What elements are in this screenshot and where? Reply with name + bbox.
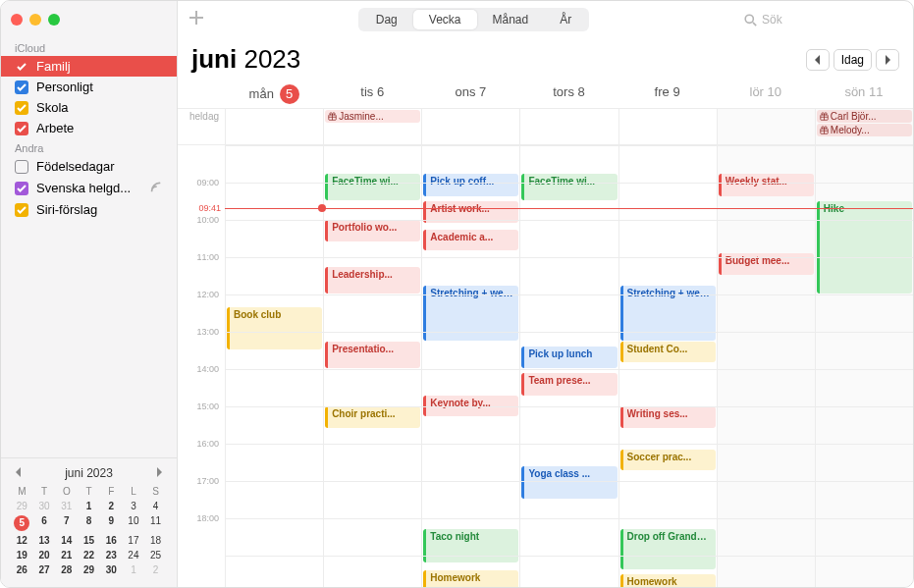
mini-day[interactable]: 27 [33,562,56,577]
mini-day[interactable]: 17 [123,533,145,548]
calendar-checkbox[interactable] [15,160,28,174]
calendar-checkbox[interactable] [15,182,28,195]
calendar-event[interactable]: Drop off Grandma... [620,529,716,569]
calendar-item[interactable]: Svenska helgd... [1,177,177,199]
calendar-checkbox[interactable] [15,80,28,94]
day-header[interactable]: tis 6 [323,79,421,108]
mini-day[interactable]: 8 [78,513,100,533]
mini-day[interactable]: 3 [123,499,145,513]
mini-day[interactable]: 5 [11,513,33,533]
mini-day[interactable]: 6 [33,513,56,533]
mini-calendar[interactable]: juni 2023 MTOTFLS29303112345678910111213… [1,457,177,587]
calendar-item[interactable]: Familj [1,56,177,77]
allday-column[interactable]: Jasmine... [323,109,421,144]
allday-column[interactable] [717,109,815,144]
mini-prev-icon[interactable] [15,466,23,480]
next-week-button[interactable] [876,49,899,71]
mini-day[interactable]: 19 [11,548,33,562]
mini-next-icon[interactable] [155,466,163,480]
calendar-event[interactable]: Stretching + weights [423,286,518,341]
calendar-event[interactable]: Leadership... [325,267,420,294]
day-column[interactable]: Weekly stat...Budget mee... [717,145,815,587]
mini-day[interactable]: 31 [55,499,78,513]
mini-day[interactable]: 15 [78,533,100,548]
mini-day[interactable]: 30 [100,562,123,577]
calendar-checkbox[interactable] [15,122,28,135]
calendar-event[interactable]: Stretching + weights [620,286,716,341]
calendar-event[interactable]: Team prese... [521,373,617,397]
calendar-checkbox[interactable] [15,203,28,217]
calendar-event[interactable]: Book club [227,307,322,349]
calendar-item[interactable]: Arbete [1,118,177,138]
mini-day[interactable]: 4 [144,499,167,513]
calendar-checkbox[interactable] [15,60,28,74]
mini-day[interactable]: 9 [100,513,123,533]
zoom-icon[interactable] [48,14,60,26]
mini-day[interactable]: 30 [33,499,56,513]
allday-column[interactable]: Carl Björ...Melody... [815,109,913,144]
calendar-event[interactable]: Hike [817,201,912,294]
day-column[interactable]: Pick up coff...Artist work...Academic a.… [421,145,519,587]
week-grid[interactable]: 09:0010:0011:0012:0013:0014:0015:0016:00… [178,145,913,587]
mini-day[interactable]: 22 [78,548,100,562]
day-column[interactable]: Book club [225,145,323,587]
calendar-item[interactable]: Siri-förslag [1,199,177,220]
mini-day[interactable]: 11 [144,513,167,533]
calendar-event[interactable]: Weekly stat... [719,174,814,197]
calendar-event[interactable]: Budget mee... [719,253,814,275]
view-day-button[interactable]: Dag [360,10,413,29]
calendar-item[interactable]: Födelsedagar [1,156,177,177]
day-header[interactable]: sön 11 [815,79,913,108]
add-event-button[interactable] [189,11,203,28]
mini-day[interactable]: 29 [11,499,33,513]
calendar-event[interactable]: Writing ses... [620,406,716,428]
mini-day[interactable]: 7 [55,513,78,533]
calendar-event[interactable]: FaceTime wi... [521,174,617,201]
calendar-event[interactable]: Artist work... [423,201,518,223]
mini-day[interactable]: 16 [100,533,123,548]
mini-day[interactable]: 25 [144,548,167,562]
day-column[interactable]: FaceTime wi...Portfolio wo...Leadership.… [323,145,421,587]
mini-day[interactable]: 24 [123,548,145,562]
mini-day[interactable]: 20 [33,548,56,562]
mini-day[interactable]: 21 [55,548,78,562]
mini-day[interactable]: 26 [11,562,33,577]
allday-event[interactable]: Carl Björ... [817,110,912,123]
calendar-event[interactable]: Student Co... [620,342,716,363]
allday-column[interactable] [519,109,618,144]
day-header[interactable]: fre 9 [618,79,717,108]
calendar-event[interactable]: Homework [423,570,518,587]
allday-column[interactable] [225,109,323,144]
allday-event[interactable]: Melody... [817,124,912,136]
allday-column[interactable] [421,109,519,144]
mini-day[interactable]: 28 [55,562,78,577]
mini-day[interactable]: 2 [100,499,123,513]
view-month-button[interactable]: Månad [477,10,545,29]
calendar-event[interactable]: Choir practi... [325,406,420,428]
calendar-event[interactable]: FaceTime wi... [325,174,420,201]
calendar-event[interactable]: Yoga class ... [521,466,617,499]
mini-day[interactable]: 1 [123,562,145,577]
mini-day[interactable]: 10 [123,513,145,533]
mini-day[interactable]: 2 [144,562,167,577]
view-week-button[interactable]: Vecka [413,10,477,29]
mini-day[interactable]: 1 [78,499,100,513]
mini-day[interactable]: 23 [100,548,123,562]
calendar-event[interactable]: Pick up coff... [423,174,518,197]
search-field[interactable]: Sök [744,13,901,27]
mini-day[interactable]: 12 [11,533,33,548]
calendar-event[interactable]: Soccer prac... [620,450,716,471]
calendar-event[interactable]: Pick up lunch [521,347,617,368]
calendar-event[interactable]: Presentatio... [325,342,420,369]
calendar-event[interactable]: Keynote by... [423,396,518,417]
mini-day[interactable]: 14 [55,533,78,548]
calendar-checkbox[interactable] [15,101,28,115]
close-icon[interactable] [11,14,23,26]
day-column[interactable]: Hike [815,145,913,587]
day-header[interactable]: lör 10 [717,79,815,108]
calendar-item[interactable]: Personligt [1,77,177,97]
calendar-event[interactable]: Homework [620,574,716,587]
calendar-item[interactable]: Skola [1,97,177,118]
day-column[interactable]: FaceTime wi...Pick up lunchTeam prese...… [519,145,618,587]
day-header[interactable]: ons 7 [421,79,519,108]
